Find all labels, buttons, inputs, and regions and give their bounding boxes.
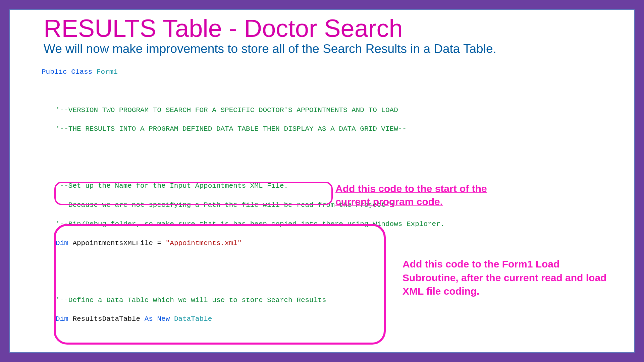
dim-appointments-line: Dim AppointmentsXMLFile = "Appointments.… (42, 239, 614, 248)
slide-title: RESULTS Table - Doctor Search (44, 14, 614, 43)
keyword-as-new: As New (145, 315, 174, 323)
code-block: Public Class Form1 '--VERSION TWO PROGRA… (42, 58, 614, 362)
comment-line-2: '--THE RESULTS INTO A PROGRAM DEFINED DA… (42, 124, 614, 134)
dim-results-table-line: Dim ResultsDataTable As New DataTable (42, 314, 614, 324)
keyword-dim: Dim (56, 315, 68, 323)
comment-line-1: '--VERSION TWO PROGRAM TO SEARCH FOR A S… (42, 106, 614, 115)
string-appointments-xml: "Appointments.xml" (166, 239, 242, 247)
code-line-class-decl: Public Class Form1 (42, 67, 614, 77)
keyword-public-class: Public Class (42, 68, 97, 76)
annotation-2: Add this code to the Form1 Load Subrouti… (402, 257, 617, 298)
slide-subtitle: We will now make improvements to store a… (44, 42, 614, 56)
slide-body: RESULTS Table - Doctor Search We will no… (9, 9, 635, 353)
slide-outer-frame: RESULTS Table - Doctor Search We will no… (0, 0, 644, 362)
comment-line-5: '--Bin/Debug folder, so make sure that i… (42, 220, 614, 229)
type-datatable: DataTable (174, 315, 212, 323)
comment-line-4: '--Because we are not specifying a Path … (42, 200, 614, 210)
annotation-1: Add this code to the start of the curren… (335, 182, 517, 208)
keyword-dim: Dim (56, 239, 68, 247)
class-name-form1: Form1 (97, 68, 118, 76)
comment-line-3: '--Set up the Name for the Input Appoint… (42, 181, 614, 191)
